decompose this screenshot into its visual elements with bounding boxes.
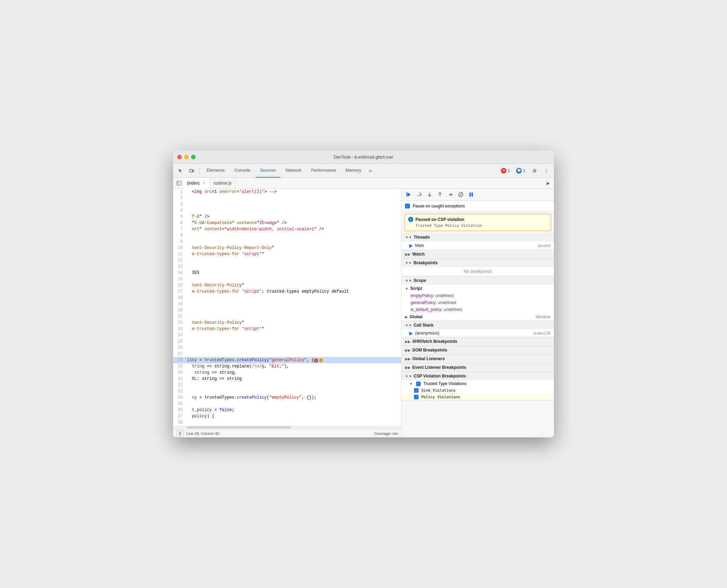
tab-elements[interactable]: Elements bbox=[203, 164, 229, 178]
code-line-11: 11 e-trusted-types-for 'script'" bbox=[173, 251, 401, 257]
thread-indicator: ▶ bbox=[409, 243, 413, 248]
call-stack-section-header[interactable]: ▼ Call Stack bbox=[402, 321, 554, 329]
cursor-position: Line 28, Column 42 bbox=[186, 431, 219, 436]
policy-violations-checkbox[interactable] bbox=[414, 395, 419, 399]
debug-toolbar bbox=[402, 189, 554, 201]
maximize-button[interactable] bbox=[191, 155, 196, 159]
scope-section-header[interactable]: ▼ Scope bbox=[402, 276, 554, 285]
trusted-types-expand-arrow[interactable]: ▼ bbox=[409, 382, 413, 386]
minimize-button[interactable] bbox=[184, 155, 189, 159]
code-line-33: 33 bbox=[173, 388, 401, 394]
dom-breakpoints-header[interactable]: ▶ DOM Breakpoints bbox=[402, 346, 554, 354]
messages-badge-button[interactable]: 💬 1 bbox=[514, 167, 528, 174]
cursor-icon bbox=[178, 168, 183, 173]
pause-exceptions-checkbox[interactable] bbox=[405, 204, 410, 208]
code-line-3: 3 bbox=[173, 201, 401, 207]
right-panel: Pause on caught exceptions i Paused on C… bbox=[402, 189, 554, 437]
code-line-19: 19 bbox=[173, 301, 401, 307]
step-button[interactable] bbox=[447, 191, 454, 198]
pause-on-exceptions-button[interactable] bbox=[467, 191, 475, 198]
pretty-print-button[interactable]: {} bbox=[177, 430, 183, 437]
global-listeners-header[interactable]: ▶ Global Listeners bbox=[402, 355, 554, 363]
step-out-button[interactable] bbox=[436, 191, 444, 198]
sink-violations-checkbox[interactable] bbox=[414, 388, 419, 393]
cursor-icon-button[interactable] bbox=[176, 166, 186, 176]
watch-section-header[interactable]: ▶ Watch bbox=[402, 250, 554, 258]
code-panel: 1 <img src=1 onerror='alert(1)'> --> 2 3… bbox=[173, 189, 402, 437]
code-line-1: 1 <img src=1 onerror='alert(1)'> --> bbox=[173, 189, 401, 195]
file-tab-close-index[interactable]: × bbox=[201, 181, 206, 186]
code-line-35: 35 bbox=[173, 401, 401, 407]
breakpoints-section: ▼ Breakpoints No breakpoints bbox=[402, 259, 554, 276]
breakpoints-arrow: ▼ bbox=[405, 261, 412, 265]
more-tabs-button[interactable]: » bbox=[367, 164, 374, 178]
step-over-icon bbox=[416, 192, 422, 197]
code-line-23: 23 e-trusted-types-for 'script'" bbox=[173, 326, 401, 332]
code-line-38: 38 bbox=[173, 419, 401, 426]
csp-vb-arrow: ▼ bbox=[405, 374, 412, 378]
code-line-7: 7 ort" content="width=device-width, init… bbox=[173, 226, 401, 232]
status-left: {} Line 28, Column 42 bbox=[177, 430, 219, 437]
svg-line-11 bbox=[459, 193, 462, 196]
settings-icon-button[interactable]: ⚙ bbox=[530, 166, 539, 176]
tab-network[interactable]: Network bbox=[281, 164, 306, 178]
tab-sources[interactable]: Sources bbox=[256, 164, 280, 178]
device-toggle-button[interactable] bbox=[187, 166, 197, 176]
deactivate-breakpoints-button[interactable] bbox=[457, 191, 465, 198]
run-snippet-button[interactable]: ▶ bbox=[544, 179, 553, 188]
svg-rect-13 bbox=[472, 193, 473, 197]
trusted-types-checkbox[interactable] bbox=[416, 382, 421, 386]
scope-global-title[interactable]: ▶ Global Window bbox=[402, 313, 554, 321]
resume-icon bbox=[406, 192, 412, 197]
code-line-21: 21 bbox=[173, 313, 401, 320]
code-line-28: 28 licy = trustedTypes.createPolicy("gen… bbox=[173, 357, 401, 363]
threads-section-header[interactable]: ▼ Threads bbox=[402, 233, 554, 241]
main-toolbar: Elements Console Sources Network Perform… bbox=[173, 164, 554, 178]
code-editor[interactable]: 1 <img src=1 onerror='alert(1)'> --> 2 3… bbox=[173, 189, 401, 426]
csp-banner-message: Trusted Type Policy Violation bbox=[408, 223, 547, 228]
customize-icon-button[interactable]: ⋮ bbox=[541, 166, 551, 176]
xhr-breakpoints-header[interactable]: ▶ XHR/fetch Breakpoints bbox=[402, 337, 554, 346]
csp-violation-banner: i Paused on CSP violation Trusted Type P… bbox=[404, 214, 551, 231]
step-over-button[interactable] bbox=[415, 191, 423, 198]
scope-script-title[interactable]: ▼ Script bbox=[402, 285, 554, 292]
code-line-12: 12 bbox=[173, 257, 401, 264]
no-breakpoints-message: No breakpoints bbox=[402, 267, 554, 276]
scrollbar-thumb[interactable] bbox=[187, 426, 291, 428]
scope-item-generalPolicy: generalPolicy: undefined bbox=[402, 299, 554, 306]
code-line-25: 25 bbox=[173, 338, 401, 345]
breakpoints-section-header[interactable]: ▼ Breakpoints bbox=[402, 259, 554, 267]
code-line-32: 32 bbox=[173, 382, 401, 388]
close-button[interactable] bbox=[177, 155, 182, 159]
code-line-31: 31 RL: string => string bbox=[173, 376, 401, 382]
code-line-2: 2 bbox=[173, 195, 401, 201]
step-into-button[interactable] bbox=[426, 191, 433, 198]
event-breakpoints-header[interactable]: ▶ Event Listener Breakpoints bbox=[402, 363, 554, 372]
code-line-27: 27 bbox=[173, 351, 401, 357]
window-title: DevTools - tt-enforced.glitch.me/ bbox=[334, 155, 393, 160]
call-stack-indicator: ▶ bbox=[409, 330, 413, 336]
scope-item-is-default: is_default_policy: undefined bbox=[402, 306, 554, 313]
error-dot-yellow: ! bbox=[319, 358, 323, 363]
toolbar-divider bbox=[199, 167, 200, 174]
traffic-lights bbox=[177, 155, 196, 159]
code-line-29: 29 tring => string.replace(/\</g, "&lt;"… bbox=[173, 363, 401, 369]
panel-toggle-button[interactable] bbox=[174, 179, 183, 188]
thread-main: ▶ Main paused bbox=[402, 241, 554, 250]
code-horizontal-scrollbar[interactable] bbox=[173, 426, 401, 429]
csp-violation-breakpoints-header[interactable]: ▼ CSP Violation Breakpoints bbox=[402, 372, 554, 380]
errors-badge-button[interactable]: ✕ 1 bbox=[499, 167, 512, 174]
file-tab-index[interactable]: (index) × bbox=[183, 178, 210, 189]
code-line-15: 15 bbox=[173, 276, 401, 282]
policy-violations-label: Policy Violations bbox=[421, 395, 460, 399]
code-line-24: 24 bbox=[173, 332, 401, 338]
tab-performance[interactable]: Performance bbox=[307, 164, 340, 178]
watch-arrow: ▶ bbox=[405, 252, 411, 256]
tab-memory[interactable]: Memory bbox=[341, 164, 365, 178]
code-line-30: 30 string => string, bbox=[173, 369, 401, 376]
file-tab-runtime[interactable]: runtime.js bbox=[210, 178, 235, 189]
resume-button[interactable] bbox=[405, 191, 413, 198]
tab-console[interactable]: Console bbox=[230, 164, 254, 178]
code-line-36: 36 t_policy = false; bbox=[173, 407, 401, 413]
deactivate-icon bbox=[458, 192, 464, 197]
